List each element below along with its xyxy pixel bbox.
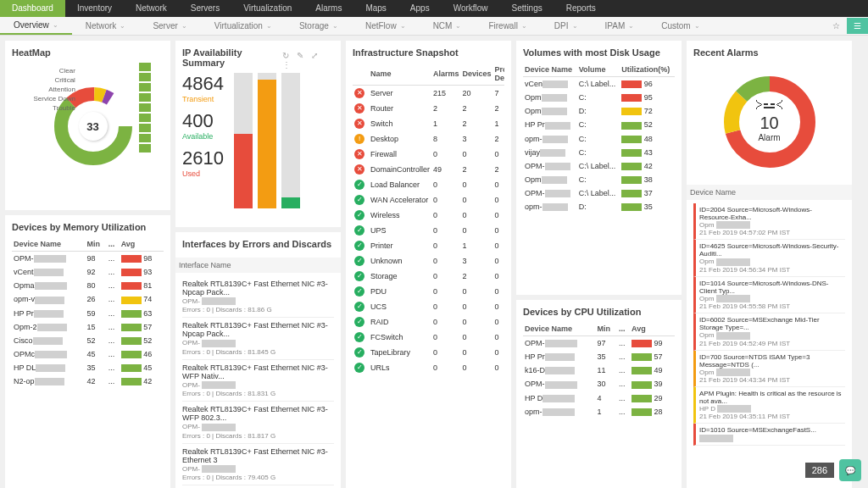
interfaces-header[interactable]: Interface Name [175, 258, 341, 273]
snapshot-row[interactable]: ✓RAID000 [353, 314, 504, 330]
menu-toggle[interactable]: ☰ [847, 18, 868, 34]
interface-row[interactable]: Realtek RTL8139C+ Fast Ethernet NIC #3-N… [182, 318, 334, 359]
alarms-card: Recent Alarms ⧽⚍⧼ 10 Alarm Device Name [687, 41, 852, 488]
interface-row[interactable]: Realtek RTL8139C+ Fast Ethernet NIC #3-W… [182, 402, 334, 443]
snapshot-row[interactable]: ✓WAN Accelerator000 [353, 192, 504, 208]
alarm-row[interactable]: APM Plugin: Health is critical as the re… [693, 387, 845, 424]
disk-row[interactable]: opm-D: 35 [523, 200, 675, 214]
interface-row[interactable]: Realtek RTL8139C+ Fast Ethernet NIC #3-W… [182, 360, 334, 402]
card-action-icons[interactable]: ↻ ✎ ⤢ ⋮ [282, 51, 334, 69]
subnav-virtualization[interactable]: Virtualization⌄ [201, 18, 286, 34]
subnav-network[interactable]: Network⌄ [72, 18, 140, 34]
status-icon: ✕ [354, 164, 364, 175]
table-row[interactable]: HP DL35... 45 [12, 361, 164, 374]
nav-maps[interactable]: Maps [353, 0, 398, 17]
disk-row[interactable]: OPM-C:\ Label... 37 [523, 186, 675, 200]
subnav-server[interactable]: Server⌄ [139, 18, 200, 34]
snapshot-row[interactable]: ✕DomainController4922 [353, 162, 504, 177]
snapshot-row[interactable]: ✓TapeLibrary000 [353, 345, 504, 360]
disk-title: Volumes with most Disk Usage [523, 47, 675, 58]
snapshot-row[interactable]: ✓Load Balancer000 [353, 177, 504, 192]
snapshot-row[interactable]: ✕Firewall000 [353, 147, 504, 162]
snapshot-row[interactable]: ✓UCS000 [353, 299, 504, 314]
snapshot-row[interactable]: !Desktop832 [353, 131, 504, 147]
nav-inventory[interactable]: Inventory [65, 0, 124, 17]
nav-workflow[interactable]: Workflow [442, 0, 500, 17]
disk-row[interactable]: OpmD: 72 [523, 104, 675, 118]
table-row[interactable]: OPMc45... 46 [12, 347, 164, 361]
status-icon: ! [354, 134, 364, 144]
nav-reports[interactable]: Reports [554, 0, 608, 17]
table-row[interactable]: OPM-98... 98 [12, 252, 164, 266]
nav-dashboard[interactable]: Dashboard [0, 0, 65, 17]
table-row[interactable]: Opm-215... 57 [12, 320, 164, 334]
table-row[interactable]: Opma80... 81 [12, 279, 164, 292]
status-icon: ✓ [354, 363, 364, 373]
table-row[interactable]: HP Pr59... 63 [12, 307, 164, 320]
disk-row[interactable]: vijayC: 43 [523, 146, 675, 159]
disk-row[interactable]: OPM-C:\ Label... 42 [523, 159, 675, 173]
cpu-util-card: Devices by CPU Utilization Device NameMi… [516, 300, 682, 488]
alarm-row[interactable]: ID=1010 Source=MSExchangeFastS... [693, 424, 845, 445]
interface-row[interactable]: Realtek RTL8139C+ Fast Ethernet NIC #3-N… [182, 276, 334, 318]
nav-alarms[interactable]: Alarms [303, 0, 353, 17]
status-icon: ✓ [354, 332, 364, 342]
snapshot-row[interactable]: ✕Server215207 [353, 86, 504, 102]
top-nav: DashboardInventoryNetworkServersVirtuali… [0, 0, 868, 17]
table-row[interactable]: HP Pr35... 57 [523, 350, 675, 363]
nav-virtualization[interactable]: Virtualization [231, 0, 303, 17]
nav-network[interactable]: Network [124, 0, 179, 17]
alarm-row[interactable]: ID=2004 Source=Microsoft-Windows-Resourc… [693, 203, 845, 240]
table-row[interactable]: OPM-30... 39 [523, 377, 675, 391]
counter-badge: 286 [805, 463, 834, 478]
snapshot-row[interactable]: ✓Printer010 [353, 238, 504, 253]
alarm-row[interactable]: ID=6002 Source=MSExchange Mid-Tier Stora… [693, 313, 845, 350]
nav-apps[interactable]: Apps [398, 0, 442, 17]
disk-row[interactable]: HP PrC: 52 [523, 118, 675, 131]
nav-settings[interactable]: Settings [500, 0, 554, 17]
snapshot-row[interactable]: ✓Wireless000 [353, 208, 504, 223]
table-row[interactable]: vCent92... 93 [12, 265, 164, 279]
snapshot-row[interactable]: ✕Switch121 [353, 116, 504, 131]
snapshot-row[interactable]: ✓URLs000 [353, 360, 504, 375]
alarm-row[interactable]: ID=4625 Source=Microsoft-Windows-Securit… [693, 240, 845, 276]
subnav-netflow[interactable]: NetFlow⌄ [352, 18, 420, 34]
sub-nav: Overview⌄Network⌄Server⌄Virtualization⌄S… [0, 17, 868, 36]
heatmap-center-value: 33 [79, 112, 108, 141]
table-row[interactable]: N2-op42... 42 [12, 374, 164, 388]
snapshot-row[interactable]: ✓FCSwitch000 [353, 330, 504, 345]
snapshot-row[interactable]: ✓Unknown030 [353, 253, 504, 269]
subnav-ncm[interactable]: NCM⌄ [420, 18, 476, 34]
nav-servers[interactable]: Servers [179, 0, 231, 17]
table-row[interactable]: opm-v26... 74 [12, 292, 164, 306]
disk-row[interactable]: OpmC: 38 [523, 173, 675, 186]
subnav-firewall[interactable]: Firewall⌄ [475, 18, 540, 34]
table-row[interactable]: OPM-97... 99 [523, 336, 675, 351]
disk-table: Device NameVolumeUtilization(%)vCenC:\ L… [523, 63, 675, 214]
table-row[interactable]: k16-D11... 49 [523, 363, 675, 377]
snapshot-row[interactable]: ✓PDU000 [353, 284, 504, 299]
table-row[interactable]: HP D4... 29 [523, 391, 675, 405]
alarm-row[interactable]: ID=700 Source=NTDS ISAM Type=3 Message=N… [693, 351, 845, 387]
subnav-overview[interactable]: Overview⌄ [0, 17, 72, 35]
subnav-dpi[interactable]: DPI⌄ [541, 18, 592, 34]
chat-button[interactable]: 💬 [839, 459, 861, 481]
alarm-device-header[interactable]: Device Name [687, 185, 852, 200]
snapshot-row[interactable]: ✕Router222 [353, 101, 504, 116]
alarm-row[interactable]: ID=1014 Source=Microsoft-Windows-DNS-Cli… [693, 277, 845, 313]
disk-row[interactable]: opm-C: 48 [523, 132, 675, 146]
heatmap-card: HeatMap ClearCriticalAttentionService Do… [5, 41, 170, 210]
table-row[interactable]: opm-1... 28 [523, 405, 675, 419]
subnav-custom[interactable]: Custom⌄ [648, 18, 713, 34]
table-row[interactable]: Cisco52... 52 [12, 334, 164, 347]
status-icon: ✓ [354, 195, 364, 205]
disk-row[interactable]: OpmC: 95 [523, 91, 675, 104]
star-icon[interactable]: ☆ [826, 18, 847, 34]
subnav-ipam[interactable]: IPAM⌄ [592, 18, 648, 34]
subnav-storage[interactable]: Storage⌄ [286, 18, 352, 34]
snapshot-row[interactable]: ✓UPS000 [353, 223, 504, 238]
status-icon: ✓ [354, 302, 364, 312]
interface-row[interactable]: Realtek RTL8139C+ Fast Ethernet NIC #3-E… [182, 444, 334, 485]
disk-row[interactable]: vCenC:\ Label... 96 [523, 77, 675, 92]
snapshot-row[interactable]: ✓Storage020 [353, 269, 504, 284]
